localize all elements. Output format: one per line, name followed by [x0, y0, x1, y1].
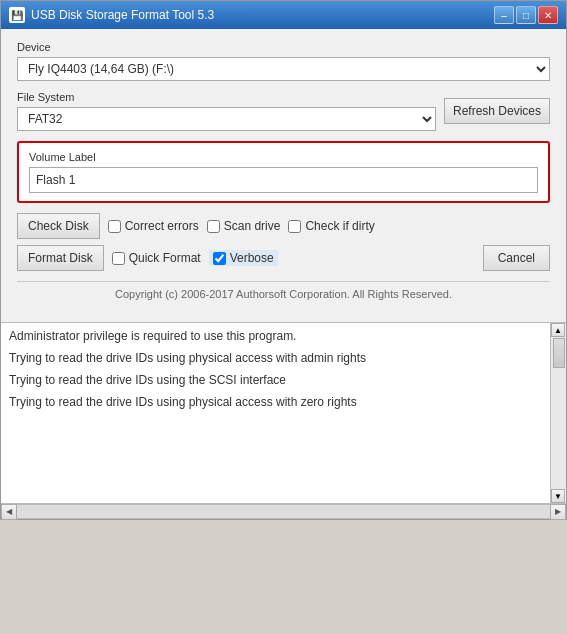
- log-scroll-container: Administrator privilege is required to u…: [1, 323, 566, 503]
- volume-label-section: Volume Label: [17, 141, 550, 203]
- h-scroll-left-button[interactable]: ◀: [1, 504, 17, 520]
- title-bar-buttons: – □ ✕: [494, 6, 558, 24]
- file-system-col: File System FAT32 FAT NTFS exFAT: [17, 91, 436, 131]
- refresh-devices-button[interactable]: Refresh Devices: [444, 98, 550, 124]
- log-line-3: Trying to read the drive IDs using the S…: [9, 373, 542, 387]
- v-scroll-thumb[interactable]: [553, 338, 565, 368]
- v-scroll-up-button[interactable]: ▲: [551, 323, 565, 337]
- volume-label-input[interactable]: [29, 167, 538, 193]
- app-window: 💾 USB Disk Storage Format Tool 5.3 – □ ✕…: [0, 0, 567, 520]
- v-scrollbar[interactable]: ▲ ▼: [550, 323, 566, 503]
- volume-label-label: Volume Label: [29, 151, 538, 163]
- check-if-dirty-checkbox[interactable]: [288, 220, 301, 233]
- scan-drive-checkbox[interactable]: [207, 220, 220, 233]
- device-select[interactable]: Fly IQ4403 (14,64 GB) (F:\): [17, 57, 550, 81]
- device-label: Device: [17, 41, 550, 53]
- maximize-button[interactable]: □: [516, 6, 536, 24]
- quick-format-label[interactable]: Quick Format: [112, 251, 201, 265]
- log-section: Administrator privilege is required to u…: [1, 322, 566, 519]
- h-scroll-right-button[interactable]: ▶: [550, 504, 566, 520]
- check-disk-row: Check Disk Correct errors Scan drive Che…: [17, 213, 550, 239]
- format-disk-row: Format Disk Quick Format Verbose Cancel: [17, 245, 550, 271]
- file-system-select[interactable]: FAT32 FAT NTFS exFAT: [17, 107, 436, 131]
- minimize-button[interactable]: –: [494, 6, 514, 24]
- verbose-checkbox[interactable]: [213, 252, 226, 265]
- v-scroll-down-button[interactable]: ▼: [551, 489, 565, 503]
- window-title: USB Disk Storage Format Tool 5.3: [31, 8, 214, 22]
- h-scrollbar[interactable]: ◀ ▶: [1, 503, 566, 519]
- title-bar-left: 💾 USB Disk Storage Format Tool 5.3: [9, 7, 214, 23]
- log-line-1: Administrator privilege is required to u…: [9, 329, 542, 343]
- copyright-text: Copyright (c) 2006-2017 Authorsoft Corpo…: [17, 281, 550, 310]
- h-scroll-track: [17, 504, 550, 519]
- window-content: Device Fly IQ4403 (14,64 GB) (F:\) File …: [1, 29, 566, 322]
- check-disk-button[interactable]: Check Disk: [17, 213, 100, 239]
- check-if-dirty-label[interactable]: Check if dirty: [288, 219, 374, 233]
- file-system-label: File System: [17, 91, 436, 103]
- app-icon: 💾: [9, 7, 25, 23]
- format-disk-button[interactable]: Format Disk: [17, 245, 104, 271]
- v-scroll-track: [551, 337, 566, 489]
- verbose-label[interactable]: Verbose: [209, 250, 278, 266]
- correct-errors-checkbox[interactable]: [108, 220, 121, 233]
- close-button[interactable]: ✕: [538, 6, 558, 24]
- refresh-col: Refresh Devices: [444, 98, 550, 124]
- quick-format-checkbox[interactable]: [112, 252, 125, 265]
- scan-drive-label[interactable]: Scan drive: [207, 219, 281, 233]
- correct-errors-label[interactable]: Correct errors: [108, 219, 199, 233]
- log-line-2: Trying to read the drive IDs using physi…: [9, 351, 542, 365]
- device-section: Device Fly IQ4403 (14,64 GB) (F:\): [17, 41, 550, 81]
- file-system-section: File System FAT32 FAT NTFS exFAT Refresh…: [17, 91, 550, 131]
- title-bar: 💾 USB Disk Storage Format Tool 5.3 – □ ✕: [1, 1, 566, 29]
- cancel-button[interactable]: Cancel: [483, 245, 550, 271]
- log-line-4: Trying to read the drive IDs using physi…: [9, 395, 542, 409]
- log-output[interactable]: Administrator privilege is required to u…: [1, 323, 550, 503]
